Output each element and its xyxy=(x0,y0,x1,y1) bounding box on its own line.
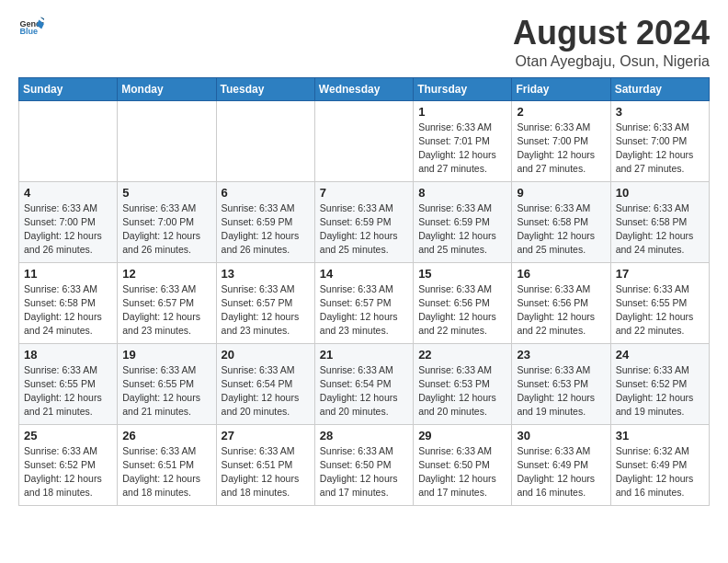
location-subtitle: Otan Ayegbaju, Osun, Nigeria xyxy=(513,53,710,70)
day-info: Sunrise: 6:33 AM Sunset: 6:50 PM Dayligh… xyxy=(418,444,506,500)
day-info: Sunrise: 6:33 AM Sunset: 6:59 PM Dayligh… xyxy=(418,201,506,258)
header-tuesday: Tuesday xyxy=(216,77,314,100)
calendar-cell: 17Sunrise: 6:33 AM Sunset: 6:55 PM Dayli… xyxy=(610,262,709,343)
day-info: Sunrise: 6:33 AM Sunset: 6:54 PM Dayligh… xyxy=(320,363,408,419)
day-info: Sunrise: 6:33 AM Sunset: 6:51 PM Dayligh… xyxy=(222,444,310,500)
day-number: 26 xyxy=(122,429,210,442)
day-number: 23 xyxy=(517,348,605,362)
header-monday: Monday xyxy=(118,77,216,100)
calendar-cell: 25Sunrise: 6:33 AM Sunset: 6:52 PM Dayli… xyxy=(19,424,118,505)
calendar-cell xyxy=(216,100,314,181)
day-number: 6 xyxy=(222,186,310,200)
day-number: 20 xyxy=(222,348,310,362)
calendar-cell: 12Sunrise: 6:33 AM Sunset: 6:57 PM Dayli… xyxy=(118,262,216,343)
day-info: Sunrise: 6:33 AM Sunset: 6:57 PM Dayligh… xyxy=(122,282,210,339)
header-saturday: Saturday xyxy=(610,77,709,100)
day-number: 9 xyxy=(517,186,605,200)
calendar-cell: 18Sunrise: 6:33 AM Sunset: 6:55 PM Dayli… xyxy=(19,343,118,424)
day-info: Sunrise: 6:33 AM Sunset: 7:00 PM Dayligh… xyxy=(517,121,605,177)
day-info: Sunrise: 6:33 AM Sunset: 6:53 PM Dayligh… xyxy=(418,363,506,419)
calendar-cell: 11Sunrise: 6:33 AM Sunset: 6:58 PM Dayli… xyxy=(19,262,118,343)
calendar-cell: 22Sunrise: 6:33 AM Sunset: 6:53 PM Dayli… xyxy=(414,343,512,424)
logo-icon: General Blue xyxy=(18,15,44,40)
day-number: 24 xyxy=(616,348,704,362)
calendar-cell: 24Sunrise: 6:33 AM Sunset: 6:52 PM Dayli… xyxy=(610,343,709,424)
calendar-cell: 28Sunrise: 6:33 AM Sunset: 6:50 PM Dayli… xyxy=(314,424,413,505)
month-year-title: August 2024 xyxy=(513,15,710,52)
svg-text:Blue: Blue xyxy=(19,27,38,36)
day-number: 4 xyxy=(24,186,112,200)
calendar-week-row: 1Sunrise: 6:33 AM Sunset: 7:01 PM Daylig… xyxy=(19,100,710,181)
day-number: 30 xyxy=(517,429,605,442)
calendar-header-row: SundayMondayTuesdayWednesdayThursdayFrid… xyxy=(19,77,710,100)
day-info: Sunrise: 6:33 AM Sunset: 7:01 PM Dayligh… xyxy=(418,121,506,177)
day-number: 14 xyxy=(320,267,408,281)
day-number: 11 xyxy=(24,267,112,281)
calendar-cell xyxy=(118,100,216,181)
calendar-cell: 7Sunrise: 6:33 AM Sunset: 6:59 PM Daylig… xyxy=(314,181,413,262)
logo: General Blue xyxy=(18,15,44,40)
day-number: 5 xyxy=(122,186,210,200)
calendar-cell: 27Sunrise: 6:33 AM Sunset: 6:51 PM Dayli… xyxy=(216,424,314,505)
title-area: August 2024 Otan Ayegbaju, Osun, Nigeria xyxy=(513,15,710,70)
day-info: Sunrise: 6:33 AM Sunset: 6:52 PM Dayligh… xyxy=(24,444,112,500)
calendar-cell: 31Sunrise: 6:32 AM Sunset: 6:49 PM Dayli… xyxy=(610,424,709,505)
header-wednesday: Wednesday xyxy=(314,77,413,100)
calendar-week-row: 11Sunrise: 6:33 AM Sunset: 6:58 PM Dayli… xyxy=(19,262,710,343)
day-info: Sunrise: 6:33 AM Sunset: 6:58 PM Dayligh… xyxy=(517,201,605,258)
day-number: 25 xyxy=(24,429,112,442)
calendar-cell: 13Sunrise: 6:33 AM Sunset: 6:57 PM Dayli… xyxy=(216,262,314,343)
day-number: 13 xyxy=(222,267,310,281)
day-number: 1 xyxy=(418,105,506,119)
day-info: Sunrise: 6:33 AM Sunset: 6:51 PM Dayligh… xyxy=(122,444,210,500)
calendar-cell: 2Sunrise: 6:33 AM Sunset: 7:00 PM Daylig… xyxy=(512,100,610,181)
header-friday: Friday xyxy=(512,77,610,100)
day-info: Sunrise: 6:33 AM Sunset: 6:55 PM Dayligh… xyxy=(616,282,704,339)
calendar-cell xyxy=(19,100,118,181)
calendar-cell: 6Sunrise: 6:33 AM Sunset: 6:59 PM Daylig… xyxy=(216,181,314,262)
day-number: 12 xyxy=(122,267,210,281)
day-number: 7 xyxy=(320,186,408,200)
day-info: Sunrise: 6:33 AM Sunset: 6:57 PM Dayligh… xyxy=(222,282,310,339)
calendar-cell: 26Sunrise: 6:33 AM Sunset: 6:51 PM Dayli… xyxy=(118,424,216,505)
day-number: 2 xyxy=(517,105,605,119)
day-info: Sunrise: 6:33 AM Sunset: 6:56 PM Dayligh… xyxy=(517,282,605,339)
day-info: Sunrise: 6:33 AM Sunset: 6:54 PM Dayligh… xyxy=(222,363,310,419)
calendar-cell: 9Sunrise: 6:33 AM Sunset: 6:58 PM Daylig… xyxy=(512,181,610,262)
day-info: Sunrise: 6:33 AM Sunset: 6:52 PM Dayligh… xyxy=(616,363,704,419)
day-info: Sunrise: 6:33 AM Sunset: 6:55 PM Dayligh… xyxy=(122,363,210,419)
day-number: 31 xyxy=(616,429,704,442)
day-info: Sunrise: 6:33 AM Sunset: 6:58 PM Dayligh… xyxy=(616,201,704,258)
calendar-week-row: 25Sunrise: 6:33 AM Sunset: 6:52 PM Dayli… xyxy=(19,424,710,505)
calendar-week-row: 18Sunrise: 6:33 AM Sunset: 6:55 PM Dayli… xyxy=(19,343,710,424)
day-number: 29 xyxy=(418,429,506,442)
calendar-week-row: 4Sunrise: 6:33 AM Sunset: 7:00 PM Daylig… xyxy=(19,181,710,262)
header: General Blue August 2024 Otan Ayegbaju, … xyxy=(18,15,710,70)
day-info: Sunrise: 6:33 AM Sunset: 6:55 PM Dayligh… xyxy=(24,363,112,419)
calendar-cell: 20Sunrise: 6:33 AM Sunset: 6:54 PM Dayli… xyxy=(216,343,314,424)
calendar-cell: 15Sunrise: 6:33 AM Sunset: 6:56 PM Dayli… xyxy=(414,262,512,343)
calendar-cell: 21Sunrise: 6:33 AM Sunset: 6:54 PM Dayli… xyxy=(314,343,413,424)
day-number: 21 xyxy=(320,348,408,362)
day-number: 22 xyxy=(418,348,506,362)
calendar-table: SundayMondayTuesdayWednesdayThursdayFrid… xyxy=(18,77,710,506)
day-number: 15 xyxy=(418,267,506,281)
day-number: 19 xyxy=(122,348,210,362)
calendar-cell: 10Sunrise: 6:33 AM Sunset: 6:58 PM Dayli… xyxy=(610,181,709,262)
day-number: 17 xyxy=(616,267,704,281)
calendar-cell: 16Sunrise: 6:33 AM Sunset: 6:56 PM Dayli… xyxy=(512,262,610,343)
day-number: 3 xyxy=(616,105,704,119)
day-info: Sunrise: 6:33 AM Sunset: 7:00 PM Dayligh… xyxy=(616,121,704,177)
day-number: 28 xyxy=(320,429,408,442)
day-info: Sunrise: 6:33 AM Sunset: 6:56 PM Dayligh… xyxy=(418,282,506,339)
day-number: 27 xyxy=(222,429,310,442)
calendar-cell: 19Sunrise: 6:33 AM Sunset: 6:55 PM Dayli… xyxy=(118,343,216,424)
calendar-cell: 1Sunrise: 6:33 AM Sunset: 7:01 PM Daylig… xyxy=(414,100,512,181)
day-info: Sunrise: 6:33 AM Sunset: 7:00 PM Dayligh… xyxy=(122,201,210,258)
calendar-cell xyxy=(314,100,413,181)
calendar-cell: 29Sunrise: 6:33 AM Sunset: 6:50 PM Dayli… xyxy=(414,424,512,505)
day-info: Sunrise: 6:33 AM Sunset: 6:58 PM Dayligh… xyxy=(24,282,112,339)
day-info: Sunrise: 6:33 AM Sunset: 6:59 PM Dayligh… xyxy=(222,201,310,258)
day-info: Sunrise: 6:33 AM Sunset: 6:59 PM Dayligh… xyxy=(320,201,408,258)
day-info: Sunrise: 6:32 AM Sunset: 6:49 PM Dayligh… xyxy=(616,444,704,500)
